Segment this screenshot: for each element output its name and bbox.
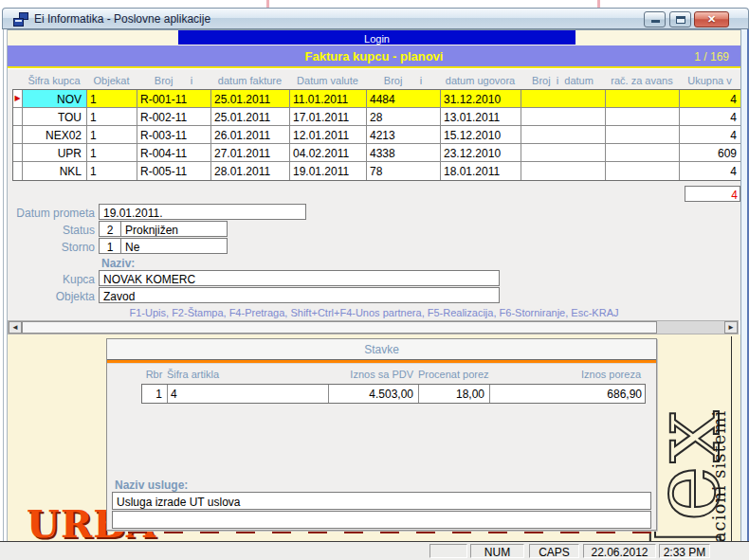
naziv-usluge-input-2[interactable] (112, 511, 651, 529)
minimize-icon (651, 20, 660, 23)
datum-prometa-input[interactable]: 19.01.2011. (99, 204, 306, 220)
table-row[interactable]: NKL 1 R-005-11 28.01.2011 19.01.2011 78 … (13, 162, 740, 180)
stavke-table-header: Rbr Šifra artikla Iznos sa PDV Procenat … (141, 369, 646, 383)
col-header-datum-valute: Datum valute (289, 75, 366, 89)
maximize-button[interactable] (669, 11, 691, 27)
login-label: Login (178, 30, 575, 45)
objekta-input[interactable]: Zavod (99, 287, 500, 303)
window-frame-left (3, 29, 4, 560)
col-header-sifra-artikla: Šifra artikla (167, 369, 328, 383)
col-header-ukupna: Ukupna v (679, 75, 740, 89)
col-header-datum-ugovora: datum ugovora (440, 75, 521, 89)
desktop-background (0, 0, 749, 8)
col-header-procenat-poreza: Procenat poreza (418, 369, 489, 383)
num-lock-indicator: NUM (470, 544, 524, 558)
kupca-label: Kupca (5, 273, 95, 286)
stavke-panel: Stavke Rbr Šifra artikla Iznos sa PDV Pr… (106, 338, 657, 531)
function-key-hints: F1-Upis, F2-Štampa, F4-Pretraga, Shift+C… (8, 307, 740, 320)
status-bar: NUM CAPS 22.06.2012 2:33 PM (0, 541, 749, 560)
naziv-usluge-label: Naziv usluge: (115, 479, 188, 492)
storno-code-input[interactable]: 1 (99, 238, 121, 254)
col-header-iznos-poreza: Iznos poreza (489, 369, 646, 383)
col-header-sifra-kupca: Šifra kupca (22, 75, 86, 89)
total-field: 4 (685, 186, 740, 202)
storno-label: Storno (5, 241, 95, 254)
application-window: Ei Informatika - Poslovne aplikacije ✕ L… (0, 0, 749, 560)
naziv-heading: Naziv: (101, 257, 135, 270)
page-header: Faktura kupcu - planovi 1 / 169 (8, 45, 740, 66)
desktop-artifact (597, 0, 600, 8)
storno-name-field[interactable]: Ne (120, 238, 228, 254)
nex-subtitle-watermark: Informacioni sistemi (706, 336, 732, 541)
scrollbar-thumb[interactable] (22, 321, 657, 334)
row-marker-icon: ▶ (13, 90, 23, 107)
status-name-field[interactable]: Proknjižen (120, 221, 228, 237)
naziv-usluge-input[interactable]: Usluga izrade UT uslova (112, 492, 651, 510)
maximize-icon (676, 16, 685, 24)
col-header-broj-2: Broj i (366, 75, 440, 89)
scroll-right-icon[interactable]: ► (724, 321, 738, 334)
status-label: Status (5, 224, 95, 237)
minimize-button[interactable] (644, 11, 666, 27)
stavke-divider (107, 359, 656, 364)
datum-prometa-label: Datum prometa (5, 207, 95, 220)
app-icon (13, 12, 28, 27)
login-bar: Login (178, 30, 575, 45)
col-header-objekat: Objekat (86, 75, 137, 89)
objekta-label: Objekta (5, 290, 95, 303)
stavke-row[interactable]: 1 4 4.503,00 18,00 686,90 (142, 385, 645, 403)
col-header-datum-fakture: datum fakture (210, 75, 289, 89)
status-code-input[interactable]: 2 (99, 221, 121, 237)
col-header-rac-za-avans: rač. za avans (605, 75, 679, 89)
desktop-artifact (266, 0, 269, 8)
page-title: Faktura kupcu - planovi (8, 49, 740, 63)
status-time: 2:33 PM (659, 544, 710, 558)
close-icon: ✕ (695, 13, 728, 26)
stavke-title: Stavke (107, 339, 656, 359)
table-row[interactable]: TOU 1 R-002-11 25.01.2011 17.01.2011 28 … (13, 108, 740, 126)
caps-lock-indicator: CAPS (529, 544, 579, 558)
vertical-scrollbar[interactable] (740, 29, 749, 541)
close-button[interactable]: ✕ (694, 11, 729, 27)
horizontal-scrollbar[interactable]: ◄ ► (8, 320, 739, 334)
col-header-broj-i-datum: Broj i datum (521, 75, 605, 89)
col-header-iznos-sa-pdv: Iznos sa PDV (328, 369, 418, 383)
invoice-table: ▶ NOV 1 R-001-11 25.01.2011 11.01.2011 4… (12, 89, 740, 181)
table-row[interactable]: UPR 1 R-004-11 27.01.2011 04.02.2011 433… (13, 144, 740, 162)
stavke-table: 1 4 4.503,00 18,00 686,90 (141, 384, 646, 404)
window-title: Ei Informatika - Poslovne aplikacije (34, 12, 210, 26)
record-counter: 1 / 169 (694, 50, 729, 63)
col-header-rbr: Rbr (141, 369, 167, 383)
table-row-selected[interactable]: ▶ NOV 1 R-001-11 25.01.2011 11.01.2011 4… (13, 90, 740, 108)
kupca-input[interactable]: NOVAK KOMERC (99, 270, 500, 286)
status-date: 22.06.2012 (583, 544, 656, 558)
col-header-broj: Broj i (137, 75, 210, 89)
table-row[interactable]: NEX02 1 R-003-11 26.01.2011 12.01.2011 4… (13, 126, 740, 144)
status-empty-panel (429, 544, 467, 558)
scroll-left-icon[interactable]: ◄ (9, 321, 22, 334)
invoice-table-header: Šifra kupca Objekat Broj i datum fakture… (12, 75, 740, 89)
lower-panel: Nex Informacioni sistemi URBA Stavke Rbr… (8, 334, 740, 541)
title-bar[interactable]: Ei Informatika - Poslovne aplikacije ✕ (2, 8, 749, 29)
